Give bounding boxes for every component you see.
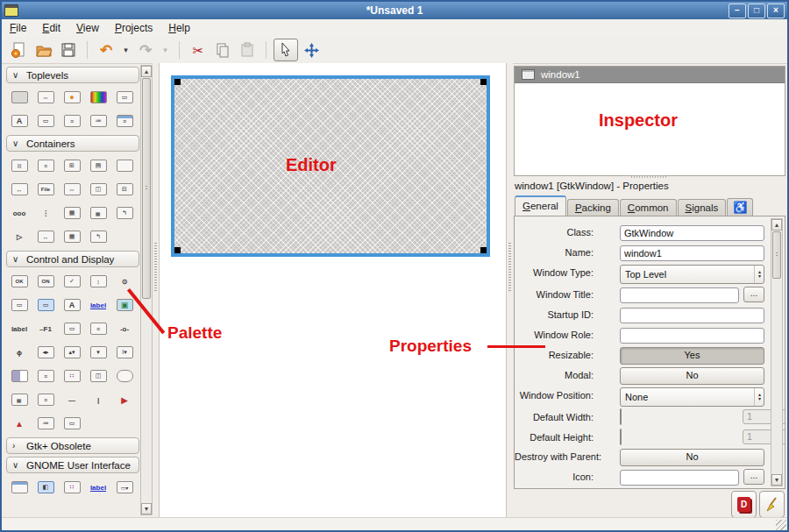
resize-handle[interactable] bbox=[480, 247, 487, 253]
default-height-checkbox[interactable] bbox=[620, 429, 622, 445]
close-button[interactable]: × bbox=[767, 4, 785, 18]
resize-handle[interactable] bbox=[174, 79, 181, 85]
undo-menu-button[interactable]: ▾ bbox=[119, 39, 132, 60]
palette-item-window[interactable] bbox=[8, 86, 31, 109]
resize-handle[interactable] bbox=[480, 79, 487, 85]
paste-button[interactable] bbox=[236, 39, 259, 60]
palette-item-table-cells[interactable]: ▦ bbox=[60, 225, 83, 248]
editor-workspace[interactable] bbox=[159, 63, 507, 517]
section-gnome-user-interface[interactable]: ∨ GNOME User Interface bbox=[6, 457, 139, 473]
resize-grip[interactable] bbox=[776, 520, 786, 530]
palette-item-gnome-paned[interactable]: ◧ bbox=[34, 476, 57, 499]
palette-item-file-chooser-button[interactable]: File bbox=[34, 178, 57, 201]
palette-item-calendar[interactable]: ▦ bbox=[8, 388, 31, 411]
palette-item-notebook[interactable]: ▤ bbox=[87, 154, 110, 177]
palette-item-hbutton-box[interactable]: ▫▫ bbox=[60, 178, 83, 201]
section-gtk-obsolete[interactable]: › Gtk+ Obsolete bbox=[6, 437, 139, 454]
editor-sidebar-splitter[interactable] bbox=[507, 63, 513, 517]
scroll-up-icon[interactable]: ▴ bbox=[141, 66, 152, 77]
resizable-toggle[interactable]: Yes bbox=[620, 347, 764, 365]
window-role-input[interactable] bbox=[620, 328, 764, 344]
class-input[interactable] bbox=[620, 225, 764, 241]
palette-item-cell-view[interactable]: ≔ bbox=[34, 412, 57, 435]
palette-editor-splitter[interactable] bbox=[153, 63, 159, 517]
palette-item-assistant[interactable]: ≡ bbox=[113, 110, 136, 132]
maximize-button[interactable]: □ bbox=[748, 4, 765, 18]
palette-scrollbar[interactable]: ▴ ▾ bbox=[140, 65, 153, 515]
palette-item-hbox[interactable]: ||| bbox=[8, 154, 31, 177]
palette-item-table[interactable]: ⊞ bbox=[60, 154, 83, 177]
palette-item-hscrollbar[interactable]: ◂▸ bbox=[34, 341, 57, 364]
palette-item-spin-button[interactable]: ↕ bbox=[87, 270, 110, 293]
reset-button[interactable] bbox=[759, 491, 785, 518]
palette-item-vpaned[interactable]: ◫ bbox=[87, 178, 110, 201]
palette-item-combo-box[interactable]: ▾ bbox=[87, 341, 110, 364]
palette-item-gnome-app[interactable] bbox=[8, 476, 31, 499]
palette-item-vbuttonbox[interactable]: ⋮ bbox=[34, 202, 57, 224]
selector-button[interactable] bbox=[274, 39, 298, 61]
palette-item-frame[interactable] bbox=[113, 154, 136, 177]
palette-item-gnome-entry[interactable]: ▭▾ bbox=[113, 476, 136, 499]
tab-common[interactable]: Common bbox=[620, 199, 677, 216]
palette-item-progress-bar[interactable] bbox=[8, 365, 31, 387]
menu-item-file[interactable]: File bbox=[2, 20, 34, 36]
palette-item-vscale[interactable]: ɸ bbox=[8, 341, 31, 364]
destroy-with-parent-toggle[interactable]: No bbox=[620, 449, 764, 466]
palette-item-vscrollbar[interactable]: ▴▾ bbox=[60, 341, 83, 364]
palette-item-toggle-button[interactable]: ON bbox=[34, 270, 57, 293]
palette-item-font-selection-dialog[interactable]: A bbox=[8, 110, 31, 132]
section-control-and-display[interactable]: ∨ Control and Display bbox=[6, 251, 139, 267]
menu-item-projects[interactable]: Projects bbox=[107, 20, 160, 36]
palette-item-about-dialog[interactable]: ≔ bbox=[87, 110, 110, 132]
palette-item-layout[interactable]: ▦ bbox=[60, 202, 83, 224]
palette-item-hscale[interactable]: -o- bbox=[113, 317, 136, 340]
palette-item-gnome-druid[interactable]: ∷ bbox=[60, 476, 83, 499]
modal-toggle[interactable]: No bbox=[620, 367, 764, 385]
properties-scrollbar[interactable]: ▴ ▾ bbox=[771, 218, 783, 486]
palette-item-icon-view[interactable]: ▦ bbox=[87, 202, 110, 224]
section-toplevels[interactable]: ∨ Toplevels bbox=[6, 67, 139, 83]
palette-item-scrolled-window[interactable]: ↔ bbox=[8, 178, 31, 201]
window-type-combo[interactable]: Top Level ▴▾ bbox=[620, 265, 764, 284]
inspector-properties-splitter[interactable] bbox=[631, 175, 666, 178]
palette-item-vbox[interactable]: ≡ bbox=[34, 154, 57, 177]
menu-item-view[interactable]: View bbox=[68, 20, 107, 36]
palette-item-font-button[interactable]: A bbox=[60, 294, 83, 316]
palette-item-input-dialog[interactable]: ▭ bbox=[113, 86, 136, 109]
palette-item-entry-dialog[interactable]: ▭ bbox=[34, 110, 57, 132]
tab-packing[interactable]: Packing bbox=[567, 199, 619, 216]
palette-item-combo-box-entry[interactable]: I▾ bbox=[113, 341, 136, 364]
palette-item-expander[interactable]: ▷ bbox=[8, 225, 31, 248]
palette-item-accel-label[interactable]: –F1 bbox=[34, 317, 57, 340]
undo-button[interactable]: ↶ bbox=[95, 39, 117, 60]
palette-item-radio-button[interactable]: ⊙ bbox=[113, 270, 136, 293]
palette-item-hbuttonbox[interactable]: ooo bbox=[8, 202, 31, 224]
palette-item-file-chooser-dialog[interactable]: ≡ bbox=[60, 110, 83, 132]
default-width-checkbox[interactable] bbox=[620, 408, 622, 425]
palette-item-statusbar[interactable]: ▭ bbox=[60, 412, 83, 435]
menu-item-help[interactable]: Help bbox=[160, 20, 198, 36]
palette-item-check-button[interactable]: ✓ bbox=[60, 270, 83, 293]
palette-item-vseparator[interactable]: | bbox=[87, 388, 110, 411]
new-project-button[interactable] bbox=[8, 39, 31, 60]
tab-accessibility[interactable]: ♿ bbox=[727, 198, 753, 216]
palette-item-dialog[interactable]: ▫▫ bbox=[34, 86, 57, 109]
palette-item-entry-box[interactable]: ▭ bbox=[34, 294, 57, 316]
save-button[interactable] bbox=[57, 39, 80, 60]
startup-id-input[interactable] bbox=[620, 308, 764, 323]
scroll-down-icon[interactable]: ▾ bbox=[771, 474, 782, 486]
palette-item-color-button[interactable]: ▭ bbox=[8, 294, 31, 316]
palette-item-resize-box[interactable]: ↔ bbox=[34, 225, 57, 248]
palette-item-color-selection-dialog[interactable] bbox=[87, 86, 110, 109]
palette-item-arrow[interactable]: ▶ bbox=[113, 388, 136, 411]
palette-item-handle-box[interactable]: ↰ bbox=[113, 202, 136, 224]
resize-handle[interactable] bbox=[174, 247, 181, 253]
icon-input[interactable] bbox=[620, 470, 739, 486]
window-title-more-button[interactable]: ... bbox=[743, 287, 764, 302]
redo-button[interactable]: ↷ bbox=[134, 39, 157, 60]
copy-button[interactable] bbox=[211, 39, 234, 60]
menu-item-edit[interactable]: Edit bbox=[34, 20, 68, 36]
window-position-combo[interactable]: None ▴▾ bbox=[620, 387, 764, 407]
devhelp-button[interactable]: D bbox=[731, 491, 757, 518]
inspector-row-window1[interactable]: window1 bbox=[515, 67, 785, 83]
